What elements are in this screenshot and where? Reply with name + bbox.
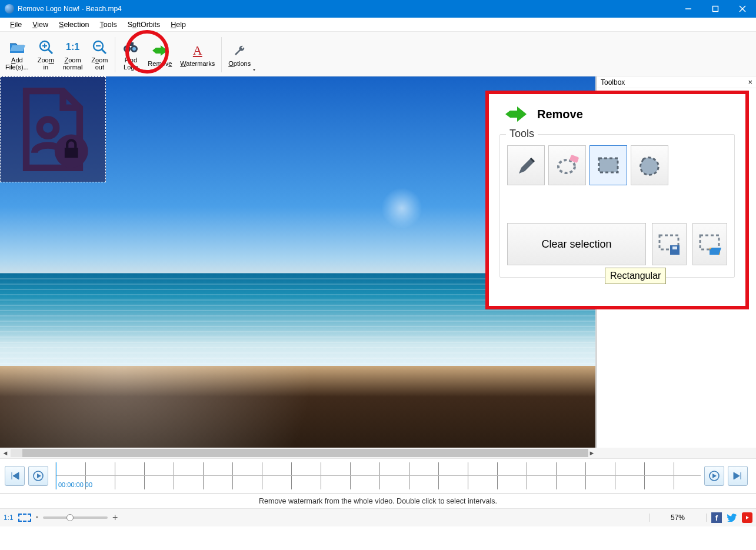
- menu-tools[interactable]: Tools: [94, 19, 122, 30]
- marker-tool[interactable]: [507, 145, 545, 185]
- selection-overlay[interactable]: [0, 76, 106, 182]
- remove-panel: Remove Tools Rectangular Clear selection: [485, 91, 749, 309]
- rectangular-tool[interactable]: [590, 145, 627, 185]
- zoom-ratio-label[interactable]: 1:1: [4, 514, 14, 522]
- zoom-in-button[interactable]: Zoomin: [33, 34, 59, 76]
- tools-group: Tools Rectangular Clear selection: [499, 134, 735, 278]
- hint-bar: Remove watermark from the whole video. D…: [0, 494, 756, 509]
- tooltip: Rectangular: [605, 268, 666, 284]
- svg-rect-1: [713, 6, 718, 12]
- svg-rect-24: [672, 246, 677, 249]
- youtube-icon[interactable]: [742, 512, 752, 523]
- menu-softorbits[interactable]: SoftOrbits: [122, 19, 166, 30]
- title-bar: Remove Logo Now! - Beach.mp4: [0, 0, 756, 18]
- svg-line-9: [102, 49, 106, 54]
- watermarks-icon: A: [193, 42, 202, 59]
- maximize-button[interactable]: [702, 0, 729, 18]
- svg-point-13: [125, 47, 129, 51]
- remove-arrow-icon: [151, 42, 169, 59]
- close-button[interactable]: [729, 0, 756, 18]
- svg-line-5: [48, 49, 52, 54]
- zoom-normal-icon: 1:1: [66, 39, 79, 55]
- window-title: Remove Logo Now! - Beach.mp4: [18, 5, 675, 13]
- options-button[interactable]: Options: [224, 34, 255, 76]
- menu-view[interactable]: View: [27, 19, 54, 30]
- svg-point-19: [558, 160, 575, 173]
- remove-arrow-icon: [503, 105, 529, 124]
- svg-point-14: [132, 47, 136, 51]
- svg-rect-15: [128, 42, 134, 46]
- find-logo-button[interactable]: FindLogo: [118, 34, 144, 76]
- zoom-in-icon: [38, 39, 54, 55]
- app-icon: [5, 4, 14, 14]
- svg-rect-25: [700, 235, 719, 249]
- toolbox-close-button[interactable]: ×: [748, 78, 752, 86]
- load-selection-button[interactable]: [692, 223, 727, 265]
- rectangle-select-icon: [596, 155, 621, 176]
- locked-document-icon: [11, 88, 95, 171]
- status-bar: 1:1 • + 57% f: [0, 509, 756, 526]
- play-button[interactable]: [28, 466, 48, 486]
- selection-mode-icon[interactable]: [18, 514, 31, 522]
- toolbox-title: Toolbox: [601, 78, 625, 86]
- zoom-slider[interactable]: [43, 516, 108, 519]
- next-frame-button[interactable]: [728, 466, 748, 486]
- add-files-button[interactable]: AddFile(s)...: [1, 34, 33, 76]
- svg-rect-18: [65, 148, 78, 158]
- menu-help[interactable]: Help: [165, 19, 191, 30]
- playhead[interactable]: [56, 462, 56, 489]
- tools-group-label: Tools: [506, 128, 538, 140]
- twitter-icon[interactable]: [727, 512, 737, 523]
- zoom-percent-label: 57%: [649, 514, 707, 522]
- menu-selection[interactable]: Selection: [54, 19, 94, 30]
- toolbar: AddFile(s)... Zoomin 1:1 Zoomnormal Zoom…: [0, 32, 756, 76]
- menu-file[interactable]: File: [5, 19, 27, 30]
- wrench-icon: [232, 42, 247, 59]
- scroll-left-button[interactable]: ◄: [0, 449, 11, 456]
- next-button[interactable]: [704, 466, 724, 486]
- zoom-out-button[interactable]: Zoomout: [86, 34, 112, 76]
- save-selection-button[interactable]: [652, 223, 687, 265]
- zoom-normal-button[interactable]: 1:1 Zoomnormal: [59, 34, 87, 76]
- zoom-plus-button[interactable]: +: [112, 512, 118, 523]
- blob-icon: [637, 154, 662, 177]
- prev-frame-button[interactable]: [5, 466, 25, 486]
- lasso-eraser-icon: [555, 154, 580, 177]
- timecode: 00:00:00 00: [58, 481, 92, 488]
- horizontal-scrollbar[interactable]: ◄ ►: [0, 448, 756, 458]
- remove-button[interactable]: Remove: [144, 34, 176, 76]
- freehand-tool[interactable]: [631, 145, 668, 185]
- selection-save-icon: [657, 232, 682, 256]
- timeline[interactable]: 00:00:00 00: [55, 462, 701, 489]
- binoculars-icon: [122, 39, 139, 55]
- zoom-out-icon: [92, 39, 107, 55]
- minimize-button[interactable]: [675, 0, 702, 18]
- facebook-icon[interactable]: f: [711, 512, 722, 523]
- svg-point-16: [39, 119, 56, 136]
- freeform-tool[interactable]: [548, 145, 586, 185]
- watermarks-button[interactable]: A Watermarks: [176, 34, 219, 76]
- player-bar: 00:00:00 00: [0, 458, 756, 494]
- scroll-thumb[interactable]: [22, 449, 588, 457]
- clear-selection-button[interactable]: Clear selection: [507, 223, 646, 265]
- svg-rect-21: [599, 158, 618, 172]
- menu-bar: File View Selection Tools SoftOrbits Hel…: [0, 18, 756, 32]
- add-files-icon: [9, 39, 25, 55]
- pencil-icon: [515, 154, 537, 177]
- remove-panel-title: Remove: [537, 108, 583, 121]
- selection-open-icon: [698, 232, 722, 256]
